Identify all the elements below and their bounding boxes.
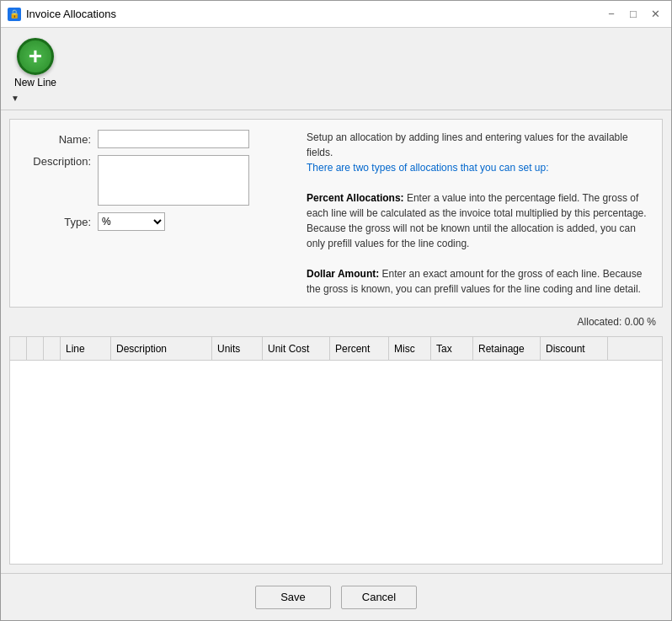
type-row: Type: % $ <box>24 212 293 231</box>
cancel-button[interactable]: Cancel <box>341 586 417 609</box>
name-input[interactable] <box>98 130 249 148</box>
dollar-bold: Dollar Amount: <box>307 268 379 280</box>
description-row: Description: <box>24 155 293 206</box>
col-discount-header[interactable]: Discount <box>541 337 608 360</box>
save-button[interactable]: Save <box>255 586 331 609</box>
name-row: Name: <box>24 130 293 148</box>
allocated-value: 0.00 % <box>625 316 656 328</box>
help-text-line2: There are two types of allocations that … <box>307 162 549 174</box>
main-content: Name: Description: Type: % $ Setup <box>1 110 671 573</box>
form-right: Setup an allocation by adding lines and … <box>307 130 648 297</box>
form-panel: Name: Description: Type: % $ Setup <box>9 119 663 308</box>
type-label: Type: <box>24 216 91 228</box>
close-button[interactable]: ✕ <box>646 5 664 24</box>
window-icon: 🔒 <box>8 8 21 21</box>
new-line-label: New Line <box>14 77 56 88</box>
col-units-header[interactable]: Units <box>212 337 263 360</box>
description-input[interactable] <box>98 155 249 206</box>
col-checkbox-header <box>10 337 27 360</box>
grid-header: Line Description Units Unit Cost Percent… <box>10 337 662 361</box>
grid-panel: Line Description Units Unit Cost Percent… <box>9 336 663 565</box>
col-percent-header[interactable]: Percent <box>330 337 389 360</box>
description-label: Description: <box>24 155 91 168</box>
title-controls: − □ ✕ <box>602 5 664 24</box>
toolbar: + New Line ▼ <box>1 28 671 110</box>
main-window: 🔒 Invoice Allocations − □ ✕ + New Line ▼… <box>0 0 672 621</box>
col-misc-header[interactable]: Misc <box>389 337 431 360</box>
type-select[interactable]: % $ <box>98 212 165 231</box>
col-description-header[interactable]: Description <box>111 337 212 360</box>
col-tax-header[interactable]: Tax <box>431 337 473 360</box>
help-text-line1: Setup an allocation by adding lines and … <box>307 131 628 158</box>
minimize-button[interactable]: − <box>602 5 621 24</box>
name-label: Name: <box>24 133 91 146</box>
col-retainage-header[interactable]: Retainage <box>473 337 541 360</box>
grid-body <box>10 361 662 564</box>
allocated-row: Allocated: 0.00 % <box>9 314 663 329</box>
form-left: Name: Description: Type: % $ <box>24 130 293 297</box>
dropdown-arrow[interactable]: ▼ <box>11 94 19 103</box>
new-line-button[interactable]: + New Line <box>11 35 60 92</box>
col-expand-header <box>44 337 61 360</box>
allocated-label: Allocated: <box>578 316 622 328</box>
col-indicator-header <box>27 337 44 360</box>
col-line-header[interactable]: Line <box>61 337 111 360</box>
maximize-button[interactable]: □ <box>624 5 643 24</box>
footer: Save Cancel <box>1 573 671 620</box>
new-line-icon: + <box>17 38 54 75</box>
window-title: Invoice Allocations <box>26 8 602 20</box>
percent-bold: Percent Allocations: <box>307 192 404 204</box>
title-bar: 🔒 Invoice Allocations − □ ✕ <box>1 1 671 28</box>
col-unitcost-header[interactable]: Unit Cost <box>263 337 330 360</box>
